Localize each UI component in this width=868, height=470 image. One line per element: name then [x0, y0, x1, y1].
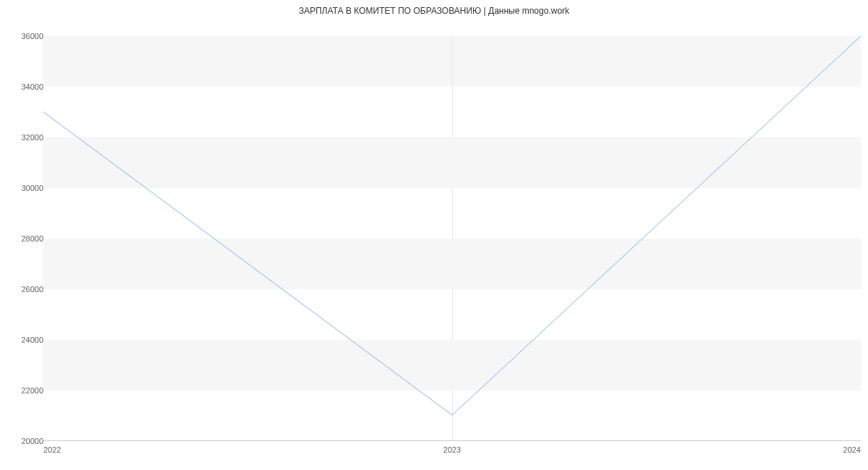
plot-area	[43, 36, 861, 441]
chart-title: ЗАРПЛАТА В КОМИТЕТ ПО ОБРАЗОВАНИЮ | Данн…	[0, 0, 868, 16]
y-tick-label: 34000	[7, 82, 43, 91]
y-tick-label: 22000	[7, 386, 43, 395]
y-tick-label: 32000	[7, 133, 43, 142]
line-layer	[43, 36, 861, 440]
x-tick-label: 2022	[43, 445, 61, 454]
series-line	[43, 36, 861, 415]
y-tick-label: 30000	[7, 184, 43, 192]
plot-inner	[43, 36, 861, 441]
x-tick-label: 2023	[443, 445, 461, 454]
y-tick-label: 28000	[7, 234, 43, 243]
y-tick-label: 24000	[7, 336, 43, 344]
y-tick-label: 26000	[7, 285, 43, 294]
y-tick-label: 36000	[7, 32, 43, 40]
x-tick-label: 2024	[843, 445, 861, 454]
chart-container: ЗАРПЛАТА В КОМИТЕТ ПО ОБРАЗОВАНИЮ | Данн…	[0, 0, 868, 470]
y-tick-label: 20000	[7, 437, 43, 445]
